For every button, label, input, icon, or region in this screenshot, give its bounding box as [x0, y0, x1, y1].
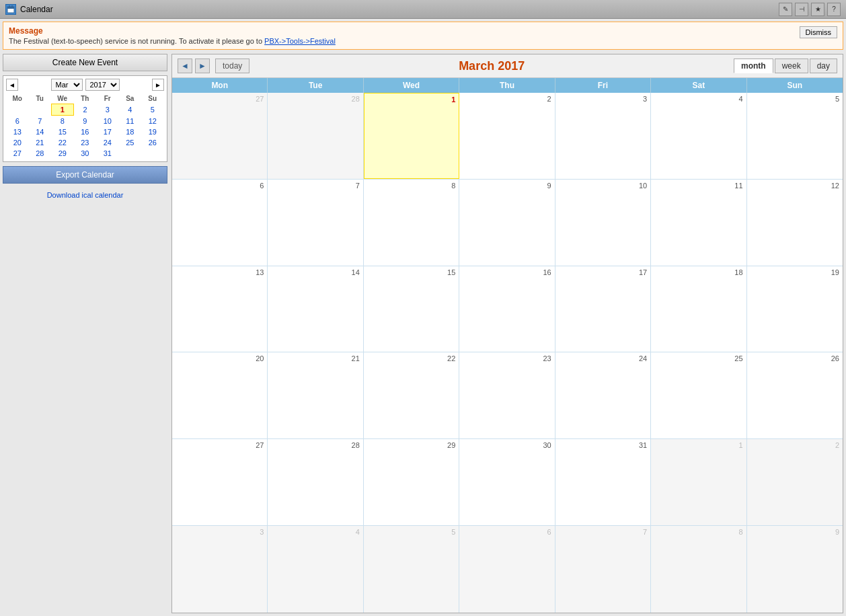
- month-view-button[interactable]: month: [734, 59, 773, 73]
- cal-day[interactable]: 6: [172, 180, 268, 266]
- cal-day[interactable]: 2: [459, 93, 555, 179]
- cal-day[interactable]: 5: [747, 93, 843, 179]
- star-icon-btn[interactable]: ★: [811, 3, 824, 16]
- cal-day[interactable]: 16: [459, 266, 555, 352]
- mini-cal-day[interactable]: 11: [119, 116, 142, 127]
- year-select[interactable]: 201520162017 20182019: [85, 79, 120, 91]
- month-select[interactable]: JanFebMar AprMayJun JulAugSep OctNovDec: [51, 79, 83, 91]
- cal-day[interactable]: 12: [747, 180, 843, 266]
- mini-cal-day[interactable]: 19: [141, 126, 164, 137]
- bookmark-icon-btn[interactable]: ⊣: [795, 3, 808, 16]
- cal-day[interactable]: 31: [555, 439, 651, 525]
- cal-day[interactable]: 11: [651, 180, 746, 266]
- mini-cal-day[interactable]: 22: [51, 137, 74, 148]
- cal-day[interactable]: 2: [747, 439, 843, 525]
- mini-cal-day[interactable]: 5: [141, 104, 164, 116]
- mini-cal-next-button[interactable]: ►: [152, 79, 164, 91]
- mini-cal-day[interactable]: [141, 148, 164, 159]
- cal-day[interactable]: 8: [364, 180, 459, 266]
- cal-day[interactable]: 27: [172, 93, 268, 179]
- cal-day[interactable]: 20: [172, 352, 268, 438]
- cal-day[interactable]: 28: [268, 439, 363, 525]
- create-event-button[interactable]: Create New Event: [3, 54, 167, 71]
- week-view-button[interactable]: week: [775, 59, 808, 73]
- cal-day[interactable]: 18: [651, 266, 746, 352]
- mini-cal-day[interactable]: 26: [141, 137, 164, 148]
- cal-day[interactable]: 4: [651, 93, 746, 179]
- mini-cal-day[interactable]: 21: [29, 137, 52, 148]
- mini-cal-day[interactable]: 1: [51, 104, 74, 116]
- cal-day[interactable]: 3: [172, 526, 268, 613]
- cal-day[interactable]: 27: [172, 439, 268, 525]
- cal-day[interactable]: 3: [555, 93, 651, 179]
- cal-day[interactable]: 15: [364, 266, 459, 352]
- mini-cal-day[interactable]: 10: [96, 116, 119, 127]
- dismiss-button[interactable]: Dismiss: [800, 26, 838, 38]
- mini-cal-day[interactable]: 17: [96, 126, 119, 137]
- cal-day[interactable]: 19: [747, 266, 843, 352]
- cal-day[interactable]: 10: [555, 180, 651, 266]
- mini-cal-day[interactable]: 18: [119, 126, 142, 137]
- mini-cal-day[interactable]: 27: [6, 148, 29, 159]
- cal-day[interactable]: 9: [747, 526, 843, 613]
- cal-day[interactable]: 9: [459, 180, 555, 266]
- mini-cal-prev-button[interactable]: ◄: [6, 79, 18, 91]
- cal-prev-button[interactable]: ◄: [178, 59, 192, 73]
- cal-day[interactable]: 26: [747, 352, 843, 438]
- mini-cal-day[interactable]: 23: [74, 137, 97, 148]
- cal-day[interactable]: 25: [651, 352, 746, 438]
- mini-cal-day[interactable]: 31: [96, 148, 119, 159]
- download-ical-link[interactable]: Download ical calendar: [47, 191, 124, 199]
- day-view-button[interactable]: day: [810, 59, 837, 73]
- cal-day[interactable]: 14: [268, 266, 363, 352]
- cal-day[interactable]: 1: [651, 439, 746, 525]
- mini-cal-day[interactable]: 15: [51, 126, 74, 137]
- cal-day[interactable]: 13: [172, 266, 268, 352]
- mini-cal-day[interactable]: 16: [74, 126, 97, 137]
- cal-day[interactable]: 28: [268, 93, 363, 179]
- festival-link[interactable]: PBX->Tools->Festival: [264, 37, 336, 45]
- mini-cal-day[interactable]: 13: [6, 126, 29, 137]
- mini-cal-day[interactable]: 2: [74, 104, 97, 116]
- mini-cal-day[interactable]: [29, 104, 52, 116]
- mini-cal-day[interactable]: 12: [141, 116, 164, 127]
- mini-cal-day[interactable]: 3: [96, 104, 119, 116]
- cal-day-number: 26: [751, 354, 839, 362]
- cal-day[interactable]: 5: [364, 526, 459, 613]
- cal-day[interactable]: 6: [459, 526, 555, 613]
- help-icon-btn[interactable]: ?: [827, 3, 841, 16]
- mini-cal-day[interactable]: 28: [29, 148, 52, 159]
- cal-day[interactable]: 24: [555, 352, 651, 438]
- cal-next-button[interactable]: ►: [195, 59, 210, 73]
- cal-header-tue: Tue: [268, 78, 363, 93]
- mini-cal-day[interactable]: [6, 104, 29, 116]
- cal-day[interactable]: 21: [268, 352, 363, 438]
- export-calendar-button[interactable]: Export Calendar: [3, 166, 167, 184]
- mini-cal-day[interactable]: 7: [29, 116, 52, 127]
- mini-cal-day[interactable]: [119, 148, 142, 159]
- cal-day-number: 19: [751, 268, 839, 276]
- cal-day[interactable]: 29: [364, 439, 459, 525]
- mini-cal-day[interactable]: 30: [74, 148, 97, 159]
- cal-day[interactable]: 30: [459, 439, 555, 525]
- mini-cal-day[interactable]: 29: [51, 148, 74, 159]
- cal-day[interactable]: 4: [268, 526, 363, 613]
- cal-day[interactable]: 17: [555, 266, 651, 352]
- cal-day[interactable]: 1: [364, 93, 459, 179]
- mini-cal-day[interactable]: 20: [6, 137, 29, 148]
- mini-cal-day[interactable]: 6: [6, 116, 29, 127]
- mini-cal-day[interactable]: 8: [51, 116, 74, 127]
- cal-day[interactable]: 7: [268, 180, 363, 266]
- message-title: Message: [9, 26, 336, 36]
- mini-cal-day[interactable]: 25: [119, 137, 142, 148]
- mini-cal-day[interactable]: 9: [74, 116, 97, 127]
- mini-cal-day[interactable]: 24: [96, 137, 119, 148]
- cal-day[interactable]: 8: [651, 526, 746, 613]
- cal-day[interactable]: 22: [364, 352, 459, 438]
- cal-day[interactable]: 23: [459, 352, 555, 438]
- cal-day[interactable]: 7: [555, 526, 651, 613]
- mini-cal-day[interactable]: 4: [119, 104, 142, 116]
- today-button[interactable]: today: [215, 59, 249, 73]
- edit-icon-btn[interactable]: ✎: [779, 3, 792, 16]
- mini-cal-day[interactable]: 14: [29, 126, 52, 137]
